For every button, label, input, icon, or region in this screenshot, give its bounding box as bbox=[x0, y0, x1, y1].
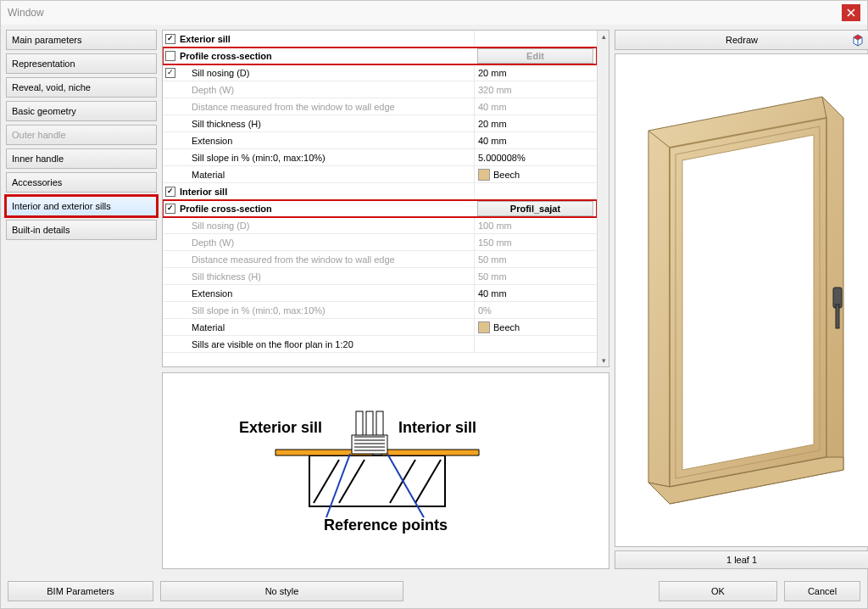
material-swatch-icon bbox=[478, 321, 490, 333]
row-thickness-ext[interactable]: Sill thickness (H) 20 mm bbox=[163, 115, 597, 132]
nav-reveal-void-niche[interactable]: Reveal, void, niche bbox=[6, 77, 157, 98]
value-thickness-int: 50 mm bbox=[474, 268, 597, 284]
ok-button[interactable]: OK bbox=[659, 581, 777, 601]
titlebar[interactable]: Window bbox=[1, 1, 867, 25]
value-material-ext[interactable]: Beech bbox=[474, 166, 597, 182]
scrollbar[interactable]: ▴ ▾ bbox=[597, 31, 609, 366]
checkbox-profile-int[interactable]: ✓ bbox=[165, 204, 175, 214]
value-distance-ext: 40 mm bbox=[474, 98, 597, 115]
nav-built-in-details[interactable]: Built-in details bbox=[6, 220, 157, 240]
nav-label: Reveal, void, niche bbox=[12, 82, 91, 92]
checkbox-nosing-ext[interactable]: ✓ bbox=[165, 68, 175, 78]
svg-marker-6 bbox=[381, 450, 479, 455]
scroll-up-icon[interactable]: ▴ bbox=[598, 31, 609, 42]
nav-outer-handle: Outer handle bbox=[6, 125, 157, 145]
label-depth-int: Depth (W) bbox=[178, 237, 474, 248]
row-extension-ext[interactable]: Extension 40 mm bbox=[163, 132, 597, 149]
row-exterior-sill[interactable]: ✓ Exterior sill bbox=[163, 31, 597, 47]
nav-label: Built-in details bbox=[12, 225, 70, 235]
nav-label: Accessories bbox=[12, 177, 62, 187]
row-slope-int: Sill slope in % (min:0, max:10%) 0% bbox=[163, 302, 597, 319]
label-profile-ext: Profile cross-section bbox=[178, 51, 474, 61]
checkbox-interior-sill[interactable]: ✓ bbox=[165, 187, 175, 197]
close-button[interactable] bbox=[842, 4, 860, 21]
value-depth-int: 150 mm bbox=[474, 234, 597, 250]
nav-label: Inner handle bbox=[12, 154, 64, 164]
label-extension-ext: Extension bbox=[178, 136, 474, 146]
nav-accessories[interactable]: Accessories bbox=[6, 172, 157, 193]
bim-parameters-button[interactable]: BIM Parameters bbox=[8, 581, 153, 601]
row-profile-cross-section-ext[interactable]: Profile cross-section Edit bbox=[163, 47, 597, 64]
checkbox-exterior-sill[interactable]: ✓ bbox=[165, 34, 175, 44]
cube-icon bbox=[851, 33, 865, 47]
row-profile-cross-section-int[interactable]: ✓ Profile cross-section Profil_sajat bbox=[163, 200, 597, 217]
content-area: Main parameters Representation Reveal, v… bbox=[1, 25, 867, 574]
reference-diagram: Exterior sill Interior sill Reference po… bbox=[162, 372, 609, 569]
value-extension-int[interactable]: 40 mm bbox=[474, 285, 597, 301]
value-slope-ext[interactable]: 5.000008% bbox=[474, 149, 597, 165]
edit-profile-ext-button[interactable]: Edit bbox=[477, 48, 593, 64]
row-interior-sill[interactable]: ✓ Interior sill bbox=[163, 183, 597, 200]
diagram-int-label: Interior sill bbox=[398, 419, 476, 436]
edit-profile-int-button[interactable]: Profil_sajat bbox=[477, 201, 593, 216]
material-name-ext: Beech bbox=[493, 170, 520, 180]
category-sidebar: Main parameters Representation Reveal, v… bbox=[6, 30, 157, 569]
checkbox-profile-ext[interactable] bbox=[165, 51, 175, 61]
diagram-svg: Exterior sill Interior sill Reference po… bbox=[225, 403, 547, 539]
nav-label: Interior and exterior sills bbox=[12, 201, 111, 211]
nav-label: Basic geometry bbox=[12, 106, 76, 116]
nav-label: Main parameters bbox=[12, 35, 82, 45]
row-material-int[interactable]: Material Beech bbox=[163, 319, 597, 336]
label-distance-ext: Distance measured from the window to wal… bbox=[178, 102, 474, 112]
value-extension-ext[interactable]: 40 mm bbox=[474, 132, 597, 148]
row-slope-ext[interactable]: Sill slope in % (min:0, max:10%) 5.00000… bbox=[163, 149, 597, 166]
label-interior-sill: Interior sill bbox=[178, 187, 474, 197]
window-3d-preview[interactable] bbox=[615, 53, 868, 547]
row-depth-ext: Depth (W) 320 mm bbox=[163, 81, 597, 98]
svg-rect-0 bbox=[309, 455, 445, 506]
row-sill-nosing-ext[interactable]: ✓ Sill nosing (D) 20 mm bbox=[163, 64, 597, 81]
window-3d-svg bbox=[623, 71, 860, 529]
cancel-button[interactable]: Cancel bbox=[784, 581, 860, 601]
nav-representation[interactable]: Representation bbox=[6, 53, 157, 74]
nostyle-label: No style bbox=[265, 586, 299, 596]
row-extension-int[interactable]: Extension 40 mm bbox=[163, 285, 597, 302]
cancel-label: Cancel bbox=[808, 586, 837, 596]
row-floorplan-visibility[interactable]: Sills are visible on the floor plan in 1… bbox=[163, 336, 597, 353]
value-distance-int: 50 mm bbox=[474, 251, 597, 267]
label-distance-int: Distance measured from the window to wal… bbox=[178, 254, 474, 265]
redraw-button[interactable]: Redraw bbox=[615, 30, 868, 50]
window-title: Window bbox=[8, 7, 842, 19]
row-depth-int: Depth (W) 150 mm bbox=[163, 234, 597, 251]
bim-label: BIM Parameters bbox=[47, 586, 114, 596]
label-extension-int: Extension bbox=[178, 288, 474, 299]
label-slope-ext: Sill slope in % (min:0, max:10%) bbox=[178, 153, 474, 163]
nav-basic-geometry[interactable]: Basic geometry bbox=[6, 101, 157, 121]
window-dialog: Window Main parameters Representation Re… bbox=[0, 0, 868, 609]
svg-rect-30 bbox=[836, 304, 839, 328]
value-nosing-ext[interactable]: 20 mm bbox=[474, 64, 597, 81]
no-style-button[interactable]: No style bbox=[160, 581, 403, 601]
center-panel: ✓ Exterior sill Profile cross-section Ed… bbox=[162, 30, 609, 569]
caption-text: 1 leaf 1 bbox=[726, 555, 757, 565]
value-nosing-int: 100 mm bbox=[474, 217, 597, 233]
nav-inner-handle[interactable]: Inner handle bbox=[6, 148, 157, 169]
row-material-ext[interactable]: Material Beech bbox=[163, 166, 597, 183]
label-exterior-sill: Exterior sill bbox=[178, 34, 474, 44]
row-sill-nosing-int: Sill nosing (D) 100 mm bbox=[163, 217, 597, 234]
label-material-int: Material bbox=[178, 322, 474, 332]
row-distance-ext: Distance measured from the window to wal… bbox=[163, 98, 597, 115]
value-material-int[interactable]: Beech bbox=[474, 319, 597, 335]
scroll-down-icon[interactable]: ▾ bbox=[598, 355, 609, 366]
label-thickness-ext: Sill thickness (H) bbox=[178, 119, 474, 129]
value-slope-int: 0% bbox=[474, 302, 597, 318]
value-depth-ext: 320 mm bbox=[474, 81, 597, 98]
value-thickness-ext[interactable]: 20 mm bbox=[474, 115, 597, 131]
row-thickness-int: Sill thickness (H) 50 mm bbox=[163, 268, 597, 285]
redraw-label: Redraw bbox=[726, 35, 758, 45]
nav-main-parameters[interactable]: Main parameters bbox=[6, 30, 157, 50]
preview-panel: Redraw bbox=[615, 30, 868, 569]
nav-interior-exterior-sills[interactable]: Interior and exterior sills bbox=[6, 196, 157, 216]
nav-label: Representation bbox=[12, 59, 75, 69]
close-icon bbox=[847, 8, 855, 17]
